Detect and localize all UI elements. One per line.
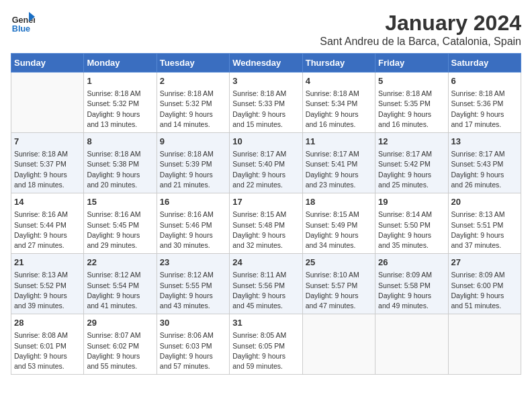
day-cell: 24Sunrise: 8:11 AM Sunset: 5:56 PM Dayli…	[230, 254, 302, 314]
day-cell	[375, 314, 448, 375]
day-cell: 15Sunrise: 8:16 AM Sunset: 5:45 PM Dayli…	[84, 193, 157, 254]
day-number: 27	[451, 257, 518, 269]
day-number: 18	[306, 196, 372, 208]
day-cell: 17Sunrise: 8:15 AM Sunset: 5:48 PM Dayli…	[230, 193, 302, 254]
day-info: Sunrise: 8:16 AM Sunset: 5:45 PM Dayligh…	[87, 210, 153, 250]
day-number: 28	[14, 317, 81, 329]
day-number: 19	[378, 196, 445, 208]
day-info: Sunrise: 8:18 AM Sunset: 5:35 PM Dayligh…	[378, 89, 445, 130]
day-number: 1	[87, 75, 153, 87]
day-cell: 1Sunrise: 8:18 AM Sunset: 5:32 PM Daylig…	[84, 73, 157, 133]
day-number: 25	[306, 257, 372, 269]
day-info: Sunrise: 8:18 AM Sunset: 5:37 PM Dayligh…	[14, 149, 81, 190]
day-cell: 3Sunrise: 8:18 AM Sunset: 5:33 PM Daylig…	[230, 73, 302, 133]
svg-text:Blue: Blue	[12, 24, 30, 34]
day-info: Sunrise: 8:05 AM Sunset: 6:05 PM Dayligh…	[232, 330, 299, 371]
day-number: 17	[232, 196, 299, 208]
day-info: Sunrise: 8:12 AM Sunset: 5:55 PM Dayligh…	[160, 270, 226, 311]
week-row-1: 1Sunrise: 8:18 AM Sunset: 5:32 PM Daylig…	[11, 73, 521, 133]
day-cell: 2Sunrise: 8:18 AM Sunset: 5:32 PM Daylig…	[157, 73, 229, 133]
day-number: 6	[451, 75, 518, 87]
day-cell: 19Sunrise: 8:14 AM Sunset: 5:50 PM Dayli…	[375, 193, 448, 254]
day-cell: 5Sunrise: 8:18 AM Sunset: 5:35 PM Daylig…	[375, 73, 448, 133]
day-info: Sunrise: 8:13 AM Sunset: 5:52 PM Dayligh…	[14, 270, 81, 311]
days-header-row: SundayMondayTuesdayWednesdayThursdayFrid…	[11, 54, 521, 73]
day-header-friday: Friday	[375, 54, 448, 73]
day-cell: 27Sunrise: 8:09 AM Sunset: 6:00 PM Dayli…	[448, 254, 521, 314]
day-header-saturday: Saturday	[448, 54, 521, 73]
day-number: 3	[232, 75, 299, 87]
day-info: Sunrise: 8:15 AM Sunset: 5:49 PM Dayligh…	[306, 210, 372, 250]
week-row-4: 21Sunrise: 8:13 AM Sunset: 5:52 PM Dayli…	[11, 254, 521, 314]
day-info: Sunrise: 8:17 AM Sunset: 5:41 PM Dayligh…	[306, 149, 372, 190]
day-number: 23	[160, 257, 226, 269]
day-cell: 14Sunrise: 8:16 AM Sunset: 5:44 PM Dayli…	[11, 193, 84, 254]
day-cell: 4Sunrise: 8:18 AM Sunset: 5:34 PM Daylig…	[302, 73, 375, 133]
day-cell: 28Sunrise: 8:08 AM Sunset: 6:01 PM Dayli…	[11, 314, 84, 375]
day-cell: 23Sunrise: 8:12 AM Sunset: 5:55 PM Dayli…	[157, 254, 229, 314]
day-cell: 7Sunrise: 8:18 AM Sunset: 5:37 PM Daylig…	[11, 133, 84, 193]
day-info: Sunrise: 8:18 AM Sunset: 5:33 PM Dayligh…	[232, 89, 299, 130]
day-number: 12	[378, 136, 445, 148]
day-info: Sunrise: 8:17 AM Sunset: 5:42 PM Dayligh…	[378, 149, 445, 190]
day-info: Sunrise: 8:18 AM Sunset: 5:32 PM Dayligh…	[87, 89, 153, 130]
title-block: January 2024 Sant Andreu de la Barca, Ca…	[320, 11, 521, 48]
day-cell: 21Sunrise: 8:13 AM Sunset: 5:52 PM Dayli…	[11, 254, 84, 314]
day-cell: 6Sunrise: 8:18 AM Sunset: 5:36 PM Daylig…	[448, 73, 521, 133]
day-number: 16	[160, 196, 226, 208]
day-number: 14	[14, 196, 81, 208]
day-info: Sunrise: 8:17 AM Sunset: 5:40 PM Dayligh…	[232, 149, 299, 190]
day-info: Sunrise: 8:16 AM Sunset: 5:44 PM Dayligh…	[14, 210, 81, 250]
day-cell: 9Sunrise: 8:18 AM Sunset: 5:39 PM Daylig…	[157, 133, 229, 193]
day-cell: 26Sunrise: 8:09 AM Sunset: 5:58 PM Dayli…	[375, 254, 448, 314]
day-info: Sunrise: 8:17 AM Sunset: 5:43 PM Dayligh…	[451, 149, 518, 190]
day-info: Sunrise: 8:18 AM Sunset: 5:38 PM Dayligh…	[87, 149, 153, 190]
day-info: Sunrise: 8:12 AM Sunset: 5:54 PM Dayligh…	[87, 270, 153, 311]
day-cell: 10Sunrise: 8:17 AM Sunset: 5:40 PM Dayli…	[230, 133, 302, 193]
calendar-table: SundayMondayTuesdayWednesdayThursdayFrid…	[11, 53, 521, 375]
day-number: 11	[306, 136, 372, 148]
day-info: Sunrise: 8:09 AM Sunset: 6:00 PM Dayligh…	[451, 270, 518, 311]
day-number: 10	[232, 136, 299, 148]
day-info: Sunrise: 8:11 AM Sunset: 5:56 PM Dayligh…	[232, 270, 299, 311]
day-cell: 30Sunrise: 8:06 AM Sunset: 6:03 PM Dayli…	[157, 314, 229, 375]
day-number: 7	[14, 136, 81, 148]
day-info: Sunrise: 8:09 AM Sunset: 5:58 PM Dayligh…	[378, 270, 445, 311]
day-number: 20	[451, 196, 518, 208]
day-info: Sunrise: 8:10 AM Sunset: 5:57 PM Dayligh…	[306, 270, 372, 311]
day-cell: 29Sunrise: 8:07 AM Sunset: 6:02 PM Dayli…	[84, 314, 157, 375]
day-number: 30	[160, 317, 226, 329]
day-number: 24	[232, 257, 299, 269]
day-info: Sunrise: 8:07 AM Sunset: 6:02 PM Dayligh…	[87, 330, 153, 371]
day-number: 29	[87, 317, 153, 329]
day-info: Sunrise: 8:08 AM Sunset: 6:01 PM Dayligh…	[14, 330, 81, 371]
day-cell: 20Sunrise: 8:13 AM Sunset: 5:51 PM Dayli…	[448, 193, 521, 254]
calendar-subtitle: Sant Andreu de la Barca, Catalonia, Spai…	[320, 36, 521, 48]
week-row-2: 7Sunrise: 8:18 AM Sunset: 5:37 PM Daylig…	[11, 133, 521, 193]
day-info: Sunrise: 8:18 AM Sunset: 5:39 PM Dayligh…	[160, 149, 226, 190]
day-header-wednesday: Wednesday	[230, 54, 302, 73]
day-info: Sunrise: 8:14 AM Sunset: 5:50 PM Dayligh…	[378, 210, 445, 250]
day-cell: 12Sunrise: 8:17 AM Sunset: 5:42 PM Dayli…	[375, 133, 448, 193]
day-cell: 25Sunrise: 8:10 AM Sunset: 5:57 PM Dayli…	[302, 254, 375, 314]
day-header-tuesday: Tuesday	[157, 54, 229, 73]
day-cell: 31Sunrise: 8:05 AM Sunset: 6:05 PM Dayli…	[230, 314, 302, 375]
day-cell: 11Sunrise: 8:17 AM Sunset: 5:41 PM Dayli…	[302, 133, 375, 193]
day-info: Sunrise: 8:16 AM Sunset: 5:46 PM Dayligh…	[160, 210, 226, 250]
logo: General Blue	[11, 11, 35, 35]
day-number: 26	[378, 257, 445, 269]
day-number: 13	[451, 136, 518, 148]
day-number: 4	[306, 75, 372, 87]
day-number: 2	[160, 75, 226, 87]
day-info: Sunrise: 8:18 AM Sunset: 5:34 PM Dayligh…	[306, 89, 372, 130]
day-number: 31	[232, 317, 299, 329]
day-number: 22	[87, 257, 153, 269]
day-cell: 18Sunrise: 8:15 AM Sunset: 5:49 PM Dayli…	[302, 193, 375, 254]
day-cell	[448, 314, 521, 375]
day-number: 8	[87, 136, 153, 148]
day-cell: 22Sunrise: 8:12 AM Sunset: 5:54 PM Dayli…	[84, 254, 157, 314]
day-info: Sunrise: 8:15 AM Sunset: 5:48 PM Dayligh…	[232, 210, 299, 250]
day-header-thursday: Thursday	[302, 54, 375, 73]
week-row-3: 14Sunrise: 8:16 AM Sunset: 5:44 PM Dayli…	[11, 193, 521, 254]
day-info: Sunrise: 8:06 AM Sunset: 6:03 PM Dayligh…	[160, 330, 226, 371]
